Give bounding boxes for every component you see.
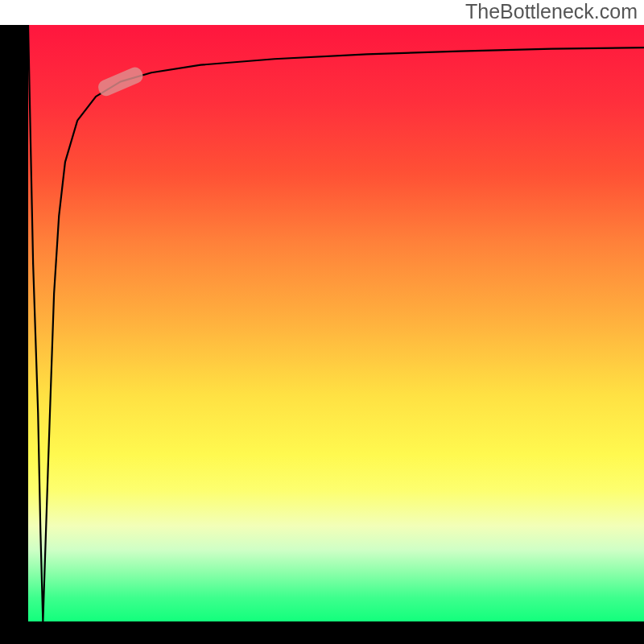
chart-axes-frame <box>0 25 644 644</box>
chart-line-bottleneck-curve <box>28 25 644 621</box>
attribution-text: TheBottleneck.com <box>465 0 638 23</box>
highlight-marker <box>96 65 145 98</box>
chart-plot-area <box>28 25 644 621</box>
chart-overlay-svg <box>28 25 644 621</box>
chart-container: TheBottleneck.com <box>0 0 644 644</box>
